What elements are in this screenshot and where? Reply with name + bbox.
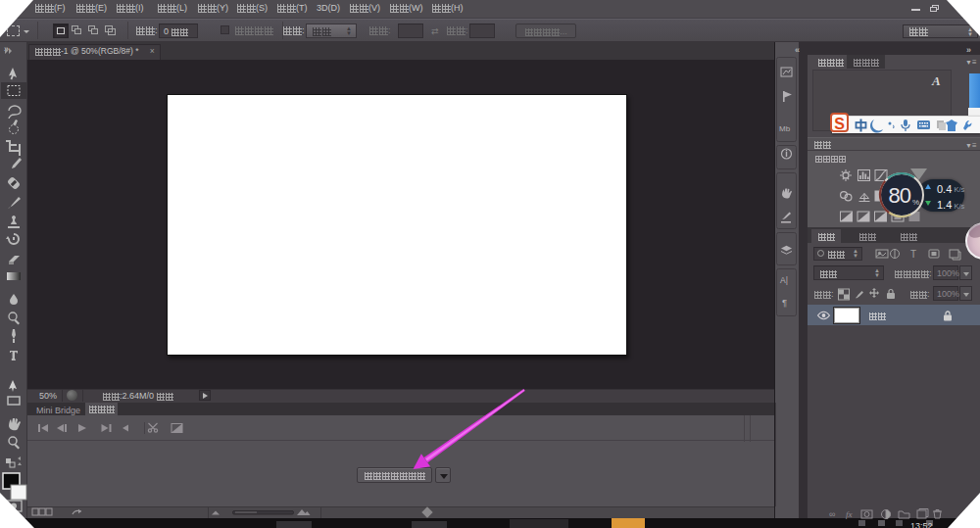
- svg-text:80: 80: [889, 183, 911, 208]
- svg-text:Mb: Mb: [779, 124, 791, 133]
- svg-text:%: %: [912, 198, 919, 207]
- svg-text:1.4: 1.4: [937, 199, 952, 211]
- svg-text:T: T: [910, 249, 916, 260]
- svg-text:K/s: K/s: [955, 202, 965, 211]
- svg-text:∞: ∞: [829, 509, 835, 519]
- svg-text:K/s: K/s: [955, 185, 965, 194]
- svg-text:¶: ¶: [782, 297, 787, 308]
- svg-text:0.4: 0.4: [937, 183, 952, 195]
- svg-text:A|: A|: [780, 275, 788, 285]
- svg-text:fx: fx: [846, 509, 853, 519]
